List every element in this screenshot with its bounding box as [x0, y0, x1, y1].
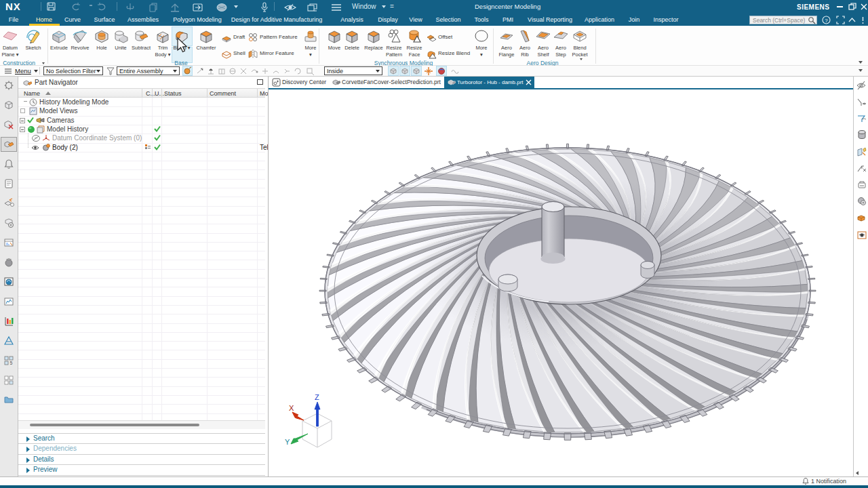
svg-text:?: ? [825, 18, 828, 24]
svg-text:Z: Z [315, 393, 319, 401]
svg-text:Y: Y [285, 438, 290, 446]
svg-text:5: 5 [10, 361, 13, 365]
svg-text:X: X [289, 404, 294, 412]
